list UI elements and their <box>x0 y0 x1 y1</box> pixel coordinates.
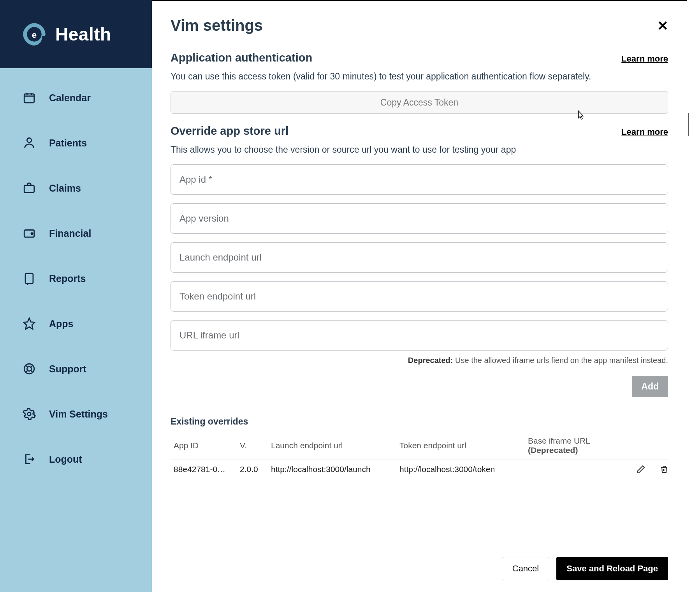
sidebar-item-label: Reports <box>49 273 86 284</box>
col-iframe: Base iframe URL (Deprecated) <box>528 436 629 455</box>
deprecated-label: Deprecated: <box>408 356 453 365</box>
page-title: Vim settings <box>171 17 263 34</box>
sidebar-item-financial[interactable]: Financial <box>0 211 152 256</box>
sidebar-item-label: Claims <box>49 183 81 194</box>
calendar-icon <box>22 90 37 105</box>
override-heading: Override app store url <box>171 125 288 137</box>
app-version-input[interactable] <box>171 203 668 234</box>
col-app-id: App ID <box>174 441 240 450</box>
right-edge-strip <box>687 0 700 592</box>
edit-icon[interactable] <box>629 465 653 474</box>
svg-line-16 <box>31 370 33 373</box>
sidebar-item-label: Calendar <box>49 92 91 104</box>
svg-rect-7 <box>24 185 34 192</box>
copy-access-token-button[interactable]: Copy Access Token <box>171 91 668 114</box>
svg-marker-12 <box>24 318 35 329</box>
sidebar-item-label: Vim Settings <box>49 409 108 420</box>
sidebar-item-label: Logout <box>49 454 82 465</box>
learn-more-override-link[interactable]: Learn more <box>621 127 668 137</box>
lifebuoy-icon <box>22 361 37 376</box>
wallet-icon <box>22 226 37 241</box>
svg-rect-2 <box>24 94 34 103</box>
deprecated-note: Deprecated: Use the allowed iframe urls … <box>171 356 668 365</box>
table-row: 88e42781-0… 2.0.0 http://localhost:3000/… <box>171 460 668 479</box>
svg-line-18 <box>31 365 33 367</box>
auth-heading: Application authentication <box>171 51 312 64</box>
gear-icon <box>22 407 37 421</box>
svg-point-19 <box>28 412 31 416</box>
cell-launch: http://localhost:3000/launch <box>271 465 399 474</box>
sidebar-item-label: Financial <box>49 228 91 239</box>
iframe-url-input[interactable] <box>171 320 668 351</box>
auth-description: You can use this access token (valid for… <box>171 71 668 82</box>
svg-line-17 <box>25 370 28 373</box>
col-launch: Launch endpoint url <box>271 441 399 450</box>
col-version: V. <box>240 441 271 450</box>
report-icon <box>22 271 37 286</box>
star-icon <box>22 316 37 331</box>
overrides-heading: Existing overrides <box>171 416 668 427</box>
sidebar-item-patients[interactable]: Patients <box>0 120 152 166</box>
sidebar-item-reports[interactable]: Reports <box>0 256 152 301</box>
sidebar-item-label: Apps <box>49 318 74 329</box>
cell-app-id: 88e42781-0… <box>174 465 240 474</box>
svg-point-9 <box>31 233 33 234</box>
close-icon[interactable]: ✕ <box>657 18 668 33</box>
sidebar: e Health Calendar Patients Claims <box>0 0 152 592</box>
sidebar-item-claims[interactable]: Claims <box>0 166 152 211</box>
overrides-table: App ID V. Launch endpoint url Token endp… <box>171 432 668 479</box>
brand-name: Health <box>55 24 111 45</box>
sidebar-nav: Calendar Patients Claims Financial Repor… <box>0 68 152 482</box>
main-panel: Vim settings ✕ Application authenticatio… <box>152 0 687 592</box>
learn-more-auth-link[interactable]: Learn more <box>621 54 668 64</box>
patient-icon <box>22 136 37 150</box>
launch-endpoint-input[interactable] <box>171 242 668 273</box>
sidebar-item-logout[interactable]: Logout <box>0 437 152 482</box>
footer-actions: Cancel Save and Reload Page <box>502 557 668 580</box>
sidebar-item-vim-settings[interactable]: Vim Settings <box>0 391 152 437</box>
add-button[interactable]: Add <box>632 376 668 397</box>
sidebar-item-label: Patients <box>49 137 87 149</box>
svg-rect-10 <box>25 273 33 284</box>
sidebar-item-support[interactable]: Support <box>0 346 152 391</box>
logout-icon <box>22 452 37 467</box>
deprecated-text: Use the allowed iframe urls fiend on the… <box>455 356 668 365</box>
svg-point-14 <box>27 366 31 371</box>
col-token: Token endpoint url <box>399 441 528 450</box>
svg-point-6 <box>27 138 31 142</box>
svg-line-15 <box>25 365 28 367</box>
briefcase-icon <box>22 181 37 196</box>
sidebar-header: e Health <box>0 0 152 68</box>
sidebar-item-apps[interactable]: Apps <box>0 301 152 346</box>
divider <box>171 409 668 409</box>
sidebar-item-calendar[interactable]: Calendar <box>0 75 152 120</box>
cell-version: 2.0.0 <box>240 465 271 474</box>
override-description: This allows you to choose the version or… <box>171 144 668 155</box>
svg-text:e: e <box>32 30 37 39</box>
cell-token: http://localhost:3000/token <box>399 465 528 474</box>
sidebar-item-label: Support <box>49 363 86 375</box>
app-id-input[interactable] <box>171 164 668 195</box>
logo-mark: e <box>20 20 48 48</box>
token-endpoint-input[interactable] <box>171 281 668 312</box>
delete-icon[interactable] <box>653 465 676 474</box>
table-header: App ID V. Launch endpoint url Token endp… <box>171 432 668 460</box>
save-reload-button[interactable]: Save and Reload Page <box>556 557 668 580</box>
cancel-button[interactable]: Cancel <box>502 557 549 580</box>
